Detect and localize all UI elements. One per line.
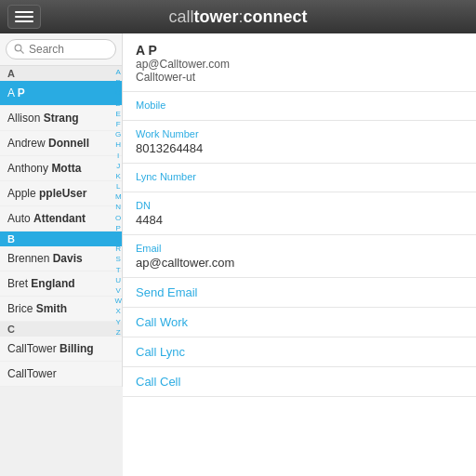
- alpha-section-c: C: [0, 322, 122, 337]
- contact-first: Brennen: [7, 252, 53, 265]
- alpha-letter-m[interactable]: M: [114, 192, 122, 202]
- alpha-letter-x[interactable]: X: [114, 306, 122, 316]
- contact-last: Motta: [51, 162, 81, 175]
- field-work-number-value: 8013264484: [136, 141, 463, 155]
- field-lync-number: Lync Number: [123, 164, 476, 192]
- contact-first: Andrew: [7, 137, 48, 150]
- alpha-letter-h[interactable]: H: [114, 139, 122, 150]
- alpha-letter-j[interactable]: J: [114, 161, 122, 171]
- detail-header: A P ap@Calltower.com Calltower-ut: [123, 33, 476, 92]
- call-work-link[interactable]: Call Work: [136, 315, 188, 329]
- alpha-letter-e[interactable]: E: [114, 109, 122, 119]
- alpha-letter-p[interactable]: P: [114, 223, 122, 233]
- app-header: calltower:connect: [0, 0, 476, 33]
- title-connect: connect: [244, 7, 308, 26]
- contact-last: Billing: [60, 342, 94, 355]
- field-mobile-label: Mobile: [136, 99, 463, 111]
- contact-item[interactable]: Bret England: [0, 271, 122, 297]
- contact-name: A P: [136, 43, 463, 58]
- contact-first: A: [7, 86, 18, 99]
- hamburger-icon: [15, 16, 33, 18]
- alpha-section-a: A: [0, 66, 122, 81]
- contact-item[interactable]: Anthony Motta: [0, 156, 122, 181]
- contact-last: Attendant: [33, 212, 86, 225]
- action-call-cell[interactable]: Call Cell: [123, 367, 476, 397]
- contact-item[interactable]: Apple ppleUser: [0, 181, 122, 206]
- alpha-letter-o[interactable]: O: [114, 213, 122, 223]
- action-call-work[interactable]: Call Work: [123, 308, 476, 337]
- contact-first: Bret: [7, 277, 31, 290]
- alpha-letter-q[interactable]: Q: [114, 233, 122, 244]
- contact-first: Allison: [7, 112, 44, 125]
- send-email-link[interactable]: Send Email: [136, 285, 197, 299]
- search-box: [0, 33, 122, 66]
- contact-org: Calltower-ut: [136, 71, 463, 84]
- alpha-letter-r[interactable]: R: [114, 244, 122, 254]
- contact-item[interactable]: A P: [0, 81, 122, 106]
- main-layout: A A P Allison Strang Andrew Donnell Anth…: [0, 33, 476, 476]
- title-call: call: [168, 7, 193, 26]
- contact-first: CallTower: [7, 367, 57, 380]
- alpha-letter-c[interactable]: C: [114, 87, 122, 98]
- alpha-letter-z[interactable]: Z: [114, 327, 122, 337]
- alpha-letter-f[interactable]: F: [114, 119, 122, 129]
- alpha-letter-d[interactable]: D: [114, 99, 122, 109]
- alpha-letter-t[interactable]: T: [114, 265, 122, 275]
- alpha-letter-w[interactable]: W: [114, 296, 122, 306]
- contact-last: P: [18, 86, 25, 99]
- search-wrap: [6, 39, 116, 60]
- field-dn-value: 4484: [136, 213, 463, 227]
- search-input[interactable]: [29, 43, 103, 56]
- alpha-letter-n[interactable]: N: [114, 202, 122, 212]
- action-call-lync[interactable]: Call Lync: [123, 337, 476, 367]
- contact-item[interactable]: CallTower Billing: [0, 337, 122, 362]
- alpha-letter-a[interactable]: A: [114, 67, 122, 77]
- hamburger-icon: [15, 11, 33, 13]
- alpha-letter-l[interactable]: L: [114, 181, 122, 192]
- contact-first: Auto: [7, 212, 33, 225]
- contact-item[interactable]: Andrew Donnell: [0, 131, 122, 156]
- alpha-letter-g[interactable]: G: [114, 129, 122, 139]
- field-work-number: Work Number 8013264484: [123, 121, 476, 164]
- alpha-letter-k[interactable]: K: [114, 171, 122, 181]
- alpha-letter-y[interactable]: Y: [114, 317, 122, 327]
- alpha-section-b: B: [0, 231, 122, 246]
- alpha-letter-b[interactable]: B: [114, 77, 122, 87]
- field-mobile: Mobile: [123, 92, 476, 121]
- field-email-value: ap@calltower.com: [136, 256, 463, 270]
- contact-item[interactable]: CallTower: [0, 362, 122, 387]
- contact-first: Apple: [7, 187, 39, 200]
- svg-line-1: [20, 50, 23, 53]
- alpha-letter-u[interactable]: U: [114, 275, 122, 285]
- alpha-letter-v[interactable]: V: [114, 285, 122, 296]
- contact-item[interactable]: Brennen Davis: [0, 246, 122, 271]
- contact-email-display: ap@Calltower.com: [136, 58, 463, 71]
- search-icon: [14, 44, 25, 55]
- contact-first: Anthony: [7, 162, 51, 175]
- contact-item[interactable]: Auto Attendant: [0, 206, 122, 231]
- contact-first: CallTower: [7, 342, 60, 355]
- action-send-email[interactable]: Send Email: [123, 278, 476, 308]
- field-lync-number-label: Lync Number: [136, 171, 463, 182]
- contact-last: Smith: [36, 302, 67, 315]
- alpha-letter-i[interactable]: I: [114, 151, 122, 161]
- contact-last: Davis: [53, 252, 83, 265]
- field-dn: DN 4484: [123, 192, 476, 235]
- menu-button[interactable]: [7, 5, 41, 29]
- field-email: Email ap@calltower.com: [123, 235, 476, 278]
- contact-sidebar: A A P Allison Strang Andrew Donnell Anth…: [0, 33, 123, 387]
- alpha-letter-s[interactable]: S: [114, 254, 122, 264]
- contact-item[interactable]: Brice Smith: [0, 297, 122, 322]
- field-work-number-label: Work Number: [136, 128, 463, 139]
- call-cell-link[interactable]: Call Cell: [136, 375, 180, 389]
- contact-first: Brice: [7, 302, 36, 315]
- contact-last: Strang: [44, 112, 79, 125]
- call-lync-link[interactable]: Call Lync: [136, 345, 185, 359]
- contact-item[interactable]: Allison Strang: [0, 106, 122, 131]
- title-tower: tower: [193, 7, 238, 26]
- alpha-index-bar[interactable]: A B C D E F G H I J K L M N O P Q R S T …: [114, 67, 122, 337]
- field-dn-label: DN: [136, 200, 463, 211]
- field-email-label: Email: [136, 243, 463, 254]
- contact-last: England: [31, 277, 74, 290]
- svg-point-0: [15, 45, 21, 51]
